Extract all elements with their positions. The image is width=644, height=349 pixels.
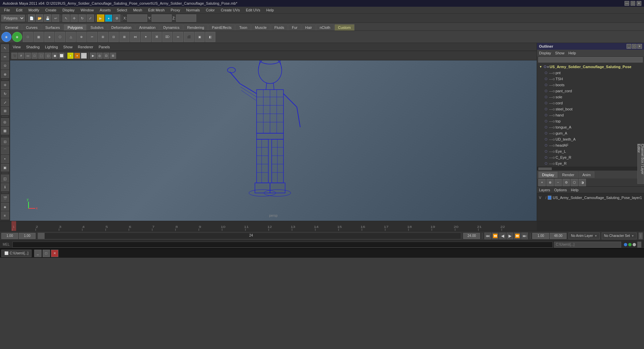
move-tool-left-btn[interactable]: ✛ xyxy=(1,81,9,89)
vp-grid-btn[interactable]: # xyxy=(18,53,24,59)
layer-settings-btn[interactable]: ⚙ xyxy=(562,179,570,186)
new-scene-btn[interactable]: 📄 xyxy=(28,14,35,22)
menu-edit[interactable]: Edit xyxy=(13,7,25,13)
menu-mesh[interactable]: Mesh xyxy=(130,7,145,13)
outliner-item-headaf[interactable]: ⬡ —o headAF xyxy=(537,142,644,148)
layer-submenu-layers[interactable]: Layers xyxy=(539,188,550,192)
vp-smooth-btn[interactable]: ◼ xyxy=(52,53,58,59)
paint-btn[interactable]: ✏ xyxy=(1,53,9,61)
vp-resolution-btn[interactable]: □ xyxy=(32,53,38,59)
outliner-item-cord[interactable]: ⬡ —o cord xyxy=(537,100,644,106)
viewport-menu-panels[interactable]: Panels xyxy=(99,45,110,49)
shelf-icon-5[interactable]: ◈ xyxy=(44,32,54,42)
menu-proxy[interactable]: Proxy xyxy=(168,7,183,13)
layer-color-swatch[interactable] xyxy=(548,196,551,200)
shelf-icon-20[interactable]: ◧ xyxy=(205,32,215,42)
taskbar-maximize-btn[interactable]: □ xyxy=(43,250,50,257)
shelf-icon-19[interactable]: ▣ xyxy=(195,32,205,42)
shelf-tab-animation[interactable]: Animation xyxy=(136,24,159,31)
z-field[interactable] xyxy=(176,14,196,22)
shelf-icon-18[interactable]: ⬛ xyxy=(184,32,194,42)
outliner-item-root[interactable]: ▼ ⬡ o US_Army_Soldier_Camouflage_Salutin… xyxy=(537,64,644,70)
shelf-tab-painteffects[interactable]: PaintEffects xyxy=(208,24,235,31)
viewport-menu-renderer[interactable]: Renderer xyxy=(78,45,93,49)
cmd-input[interactable] xyxy=(12,242,553,248)
outliner-item-gum-a[interactable]: ⬡ —o gum_A xyxy=(537,130,644,136)
playback-resize-handle[interactable]: | xyxy=(639,233,643,239)
timeline-area[interactable]: 1 2 3 4 5 6 7 8 9 10 11 12 13 1 xyxy=(0,221,644,231)
menu-window[interactable]: Window xyxy=(78,7,96,13)
save-btn[interactable]: 💾 xyxy=(44,14,51,22)
playback-anim-start[interactable] xyxy=(532,233,549,239)
snap-curve-btn[interactable]: ⌒ xyxy=(1,146,9,154)
vp-light1-btn[interactable]: ● xyxy=(67,53,73,59)
shelf-icon-1[interactable]: ◉ xyxy=(1,32,11,42)
menu-modify[interactable]: Modify xyxy=(26,7,42,13)
outliner-item-sole[interactable]: ⬡ —o sole xyxy=(537,94,644,100)
outliner-hscroll[interactable] xyxy=(537,167,644,170)
playback-play-btn[interactable]: ▶ xyxy=(506,233,513,239)
menu-color[interactable]: Color xyxy=(203,7,217,13)
minimize-btn[interactable]: — xyxy=(625,1,629,6)
shelf-icon-7[interactable]: △ xyxy=(66,32,76,42)
playback-scrubber[interactable]: 24 xyxy=(38,233,461,239)
undo-btn[interactable]: ↩ xyxy=(52,14,59,22)
shelf-tab-general[interactable]: General xyxy=(1,24,22,31)
playback-thumb[interactable] xyxy=(38,233,45,239)
outliner-search-input[interactable] xyxy=(538,57,643,62)
layer-hide-btn[interactable]: ◑ xyxy=(579,179,586,186)
close-btn[interactable]: ✕ xyxy=(637,1,641,6)
snap-point-btn[interactable]: • xyxy=(1,155,9,163)
shelf-tab-custom[interactable]: Custom xyxy=(334,24,355,31)
layer-create-btn[interactable]: + xyxy=(538,179,546,186)
outliner-item-hand[interactable]: ⬡ —o hand xyxy=(537,112,644,118)
vp-shading-mode-btn[interactable]: ▶ xyxy=(90,53,96,59)
universal-manip-btn[interactable]: ⊞ xyxy=(1,107,9,115)
outliner-item-pnt[interactable]: ⬡ —o pnt xyxy=(537,70,644,76)
lasso-btn[interactable]: ⊙ xyxy=(1,61,9,69)
snap-view-btn[interactable]: ▣ xyxy=(1,164,9,172)
playback-go-end-btn[interactable]: ⏭ xyxy=(521,233,528,239)
shelf-tab-toon[interactable]: Toon xyxy=(235,24,251,31)
shelf-icon-6[interactable]: ⬡ xyxy=(55,32,65,42)
shelf-tab-deformation[interactable]: Deformation xyxy=(108,24,135,31)
menu-normals[interactable]: Normals xyxy=(183,7,203,13)
select-tool-btn[interactable]: ↖ xyxy=(62,14,70,22)
shelf-tab-subdivs[interactable]: Subdivs xyxy=(87,24,107,31)
outliner-menu-show[interactable]: Show xyxy=(555,51,565,55)
outliner-maximize-btn[interactable]: □ xyxy=(632,44,637,49)
playback-anim-end[interactable] xyxy=(550,233,567,239)
shelf-icon-13[interactable]: ⋈ xyxy=(130,32,140,42)
y-field[interactable] xyxy=(152,14,172,22)
ipr-render-btn[interactable]: ● xyxy=(105,14,112,22)
viewport-menu-show[interactable]: Show xyxy=(63,45,73,49)
outliner-item-c-eye-r[interactable]: ⬡ —o C_Eye_R xyxy=(537,154,644,160)
outliner-item-tongue-a[interactable]: ⬡ —o tongue_A xyxy=(537,124,644,130)
viewport-menu-view[interactable]: View xyxy=(13,45,21,49)
shelf-icon-17[interactable]: ⇔ xyxy=(173,32,183,42)
vp-film-gate-btn[interactable]: ▭ xyxy=(25,53,31,59)
shelf-tab-hair[interactable]: Hair xyxy=(302,24,316,31)
playback-end-field[interactable] xyxy=(463,233,480,239)
zoom-btn[interactable]: ⊕ xyxy=(1,70,9,78)
hypershade-btn[interactable]: ◈ xyxy=(1,203,9,211)
menu-select[interactable]: Select xyxy=(114,7,130,13)
scale-tool-btn[interactable]: ⤢ xyxy=(87,14,94,22)
layer-merge-btn[interactable]: ⬡ xyxy=(571,179,578,186)
shelf-icon-9[interactable]: ✂ xyxy=(87,32,97,42)
playback-current-field[interactable] xyxy=(19,233,36,239)
shelf-icon-3[interactable]: □ xyxy=(23,32,33,42)
outliner-item-pant-cord[interactable]: ⬡ —o pant_cord xyxy=(537,88,644,94)
menu-assets[interactable]: Assets xyxy=(97,7,113,13)
rotate-tool-btn[interactable]: ↻ xyxy=(78,14,86,22)
shelf-tab-fluids[interactable]: Fluids xyxy=(271,24,288,31)
select-mode-btn[interactable]: ↖ xyxy=(1,44,9,52)
timeline-ruler[interactable]: 1 2 3 4 5 6 7 8 9 10 11 12 13 1 xyxy=(10,221,537,231)
outliner-item-ud-teeth-a[interactable]: ⬡ —o UD_teeth_A xyxy=(537,136,644,142)
playback-start-field[interactable] xyxy=(1,233,18,239)
playback-go-start-btn[interactable]: ⏮ xyxy=(484,233,491,239)
layer-submenu-help[interactable]: Help xyxy=(571,188,579,192)
vp-safe-action-btn[interactable]: ⬚ xyxy=(38,53,44,59)
outliner-close-btn[interactable]: ✕ xyxy=(637,44,642,49)
menu-file[interactable]: File xyxy=(1,7,13,13)
